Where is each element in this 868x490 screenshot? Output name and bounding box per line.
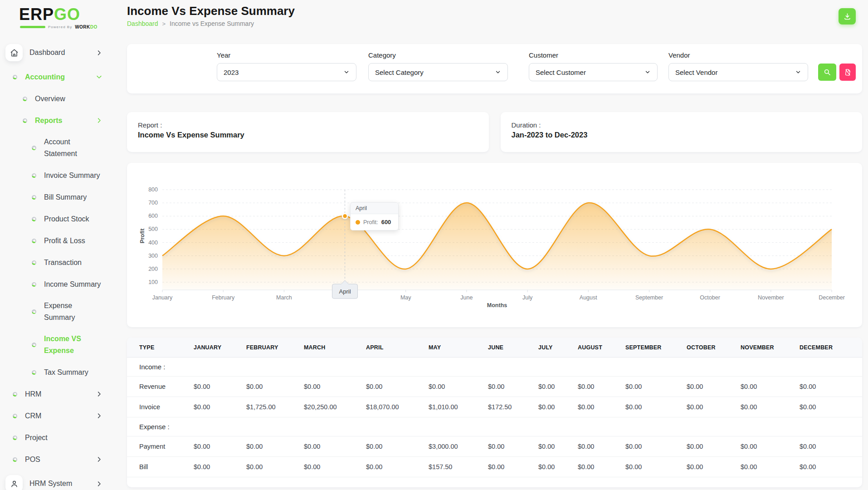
x-axis-label: October	[700, 294, 720, 301]
column-header-type: TYPE	[127, 338, 194, 358]
amount-cell: $0.00	[194, 377, 246, 397]
search-button[interactable]	[818, 64, 836, 81]
amount-cell: $0.00	[800, 377, 862, 397]
vendor-select[interactable]: Select Vendor	[668, 63, 808, 81]
sidebar-item-account-statement[interactable]: Account Statement	[0, 136, 102, 160]
sidebar-item-accounting[interactable]: Accounting	[0, 71, 102, 83]
amount-cell: $0.00	[194, 457, 246, 477]
y-tick-label: 100	[148, 279, 158, 285]
year-select[interactable]: 2023	[217, 63, 356, 81]
download-button[interactable]	[839, 8, 856, 24]
y-axis-title: Profit	[139, 228, 146, 243]
table-header-row: TYPEJANUARYFEBRUARYMARCHAPRILMAYJUNEJULY…	[127, 338, 862, 358]
amount-cell: $0.00	[578, 377, 625, 397]
customer-label: Customer	[529, 51, 658, 59]
x-axis-label: August	[580, 294, 597, 301]
workdo-logo: WORKDO	[75, 24, 98, 29]
amount-cell: $0.00	[429, 377, 488, 397]
sidebar-item-label: Transaction	[44, 257, 82, 269]
sidebar-item-invoice-summary[interactable]: Invoice Summary	[0, 169, 102, 181]
x-axis-label: May	[400, 294, 411, 301]
chevron-right-icon	[96, 49, 102, 56]
chevron-right-icon	[96, 412, 102, 419]
breadcrumb: Dashboard > Income vs Expense Summary	[127, 20, 295, 27]
column-header-october: OCTOBER	[687, 338, 741, 358]
sidebar-item-label: HRM System	[29, 478, 72, 490]
sidebar-item-transaction[interactable]: Transaction	[0, 256, 102, 269]
sidebar-item-project[interactable]: Project	[0, 431, 102, 444]
category-select[interactable]: Select Category	[368, 63, 508, 81]
amount-cell: $0.00	[246, 377, 304, 397]
sidebar-item-label: Profit & Loss	[44, 235, 85, 247]
x-axis-label: December	[819, 294, 845, 301]
logo-underline	[20, 26, 45, 28]
column-header-august: AUGUST	[578, 338, 625, 358]
section-row-spacer	[194, 417, 862, 436]
y-tick-label: 800	[148, 186, 158, 193]
filter-card: Year 2023 Category Select Category Custo…	[127, 44, 862, 93]
sidebar-item-income-summary[interactable]: Income Summary	[0, 278, 102, 290]
amount-cell: $0.00	[625, 457, 687, 477]
sidebar-item-label: Product Stock	[44, 213, 89, 225]
powered-by-label: Powered By	[48, 25, 72, 29]
chevron-right-icon	[96, 391, 102, 397]
y-tick-label: 200	[148, 266, 158, 272]
series-dot-icon	[356, 220, 360, 225]
amount-cell: $172.50	[488, 397, 538, 417]
chevron-down-icon	[96, 74, 102, 80]
y-tick-label: 400	[148, 240, 158, 246]
customer-select[interactable]: Select Customer	[529, 63, 658, 81]
bullet-icon	[13, 436, 17, 440]
table-row-bill: Bill$0.00$0.00$0.00$0.00$157.50$0.00$0.0…	[127, 457, 862, 477]
sidebar-item-expense-summary[interactable]: Expense Summary	[0, 300, 102, 323]
amount-cell: $0.00	[366, 436, 429, 457]
amount-cell: $0.00	[625, 397, 687, 417]
chevron-right-icon	[96, 456, 102, 463]
amount-cell: $0.00	[625, 377, 687, 397]
sidebar-item-label: Tax Summary	[44, 367, 88, 378]
breadcrumb-current: Income vs Expense Summary	[170, 20, 254, 27]
column-header-june: JUNE	[488, 338, 538, 358]
user-icon	[5, 475, 23, 490]
y-tick-label: 700	[148, 200, 158, 206]
row-type-label: Revenue	[127, 377, 194, 397]
file-slash-icon	[843, 68, 852, 76]
sidebar-item-tax-summary[interactable]: Tax Summary	[0, 366, 102, 378]
bullet-icon	[32, 343, 36, 347]
highlight-marker	[342, 214, 347, 219]
breadcrumb-dashboard-link[interactable]: Dashboard	[127, 20, 158, 27]
app-logo[interactable]: ERPGO Powered By WORKDO	[0, 5, 118, 29]
reset-filter-button[interactable]	[839, 64, 856, 81]
bullet-icon	[32, 239, 36, 243]
column-header-july: JULY	[538, 338, 578, 358]
column-header-december: DECEMBER	[800, 338, 862, 358]
sidebar-item-dashboard[interactable]: Dashboard	[0, 44, 102, 61]
column-header-february: FEBRUARY	[246, 338, 304, 358]
x-axis-title: Months	[487, 302, 507, 309]
y-tick-label: 600	[148, 213, 158, 219]
sidebar-item-income-vs-expense[interactable]: Income VS Expense	[0, 333, 102, 357]
tooltip-title: April	[351, 203, 398, 214]
section-label: Income :	[127, 358, 194, 377]
amount-cell: $0.00	[304, 457, 366, 477]
column-header-may: MAY	[429, 338, 488, 358]
sidebar-item-hrm-system[interactable]: HRM System	[0, 475, 102, 490]
sidebar-item-bill-summary[interactable]: Bill Summary	[0, 191, 102, 203]
chart-svg: 100200300400500600700800 JanuaryFebruary…	[127, 163, 862, 327]
income-expense-table-card: TYPEJANUARYFEBRUARYMARCHAPRILMAYJUNEJULY…	[127, 338, 862, 487]
sidebar-item-crm[interactable]: CRM	[0, 410, 102, 422]
bullet-icon	[32, 146, 36, 150]
sidebar-item-reports[interactable]: Reports	[0, 114, 102, 127]
amount-cell: $0.00	[538, 377, 578, 397]
amount-cell: $0.00	[488, 457, 538, 477]
sidebar-item-overview[interactable]: Overview	[0, 93, 102, 105]
sidebar-item-hrm[interactable]: HRM	[0, 388, 102, 400]
sidebar-item-pos[interactable]: POS	[0, 453, 102, 466]
axis-pointer-label: April	[339, 288, 351, 295]
sidebar-item-product-stock[interactable]: Product Stock	[0, 213, 102, 225]
bullet-icon	[32, 173, 36, 178]
section-row-income: Income :	[127, 358, 862, 377]
table-row-revenue: Revenue$0.00$0.00$0.00$0.00$0.00$0.00$0.…	[127, 377, 862, 397]
sidebar-item-profit-loss[interactable]: Profit & Loss	[0, 235, 102, 247]
report-value: Income Vs Expense Summary	[138, 131, 478, 139]
